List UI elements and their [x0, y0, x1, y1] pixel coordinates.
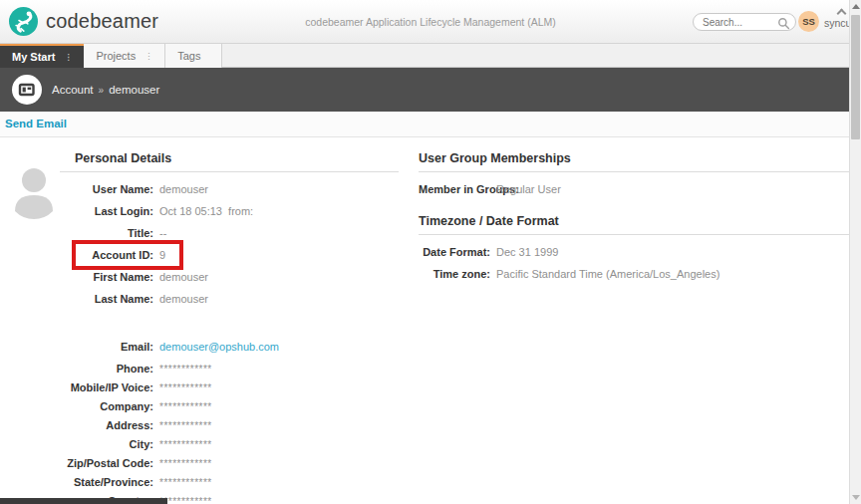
personal-details-section: Personal Details User Name: demouser Las…	[60, 151, 399, 504]
breadcrumb-separator: »	[99, 85, 105, 96]
timezone-section: Timezone / Date Format Date Format: Dec …	[419, 214, 853, 287]
field-row: Mobile/IP Voice: ************	[60, 378, 399, 397]
field-label: Email:	[60, 341, 159, 353]
field-row: Member in Groups: Regular User	[419, 180, 853, 202]
personal-details-rows: User Name: demouser Last Login: Oct 18 0…	[60, 180, 399, 504]
field-label: Title:	[60, 227, 159, 239]
field-label: Last Login:	[60, 205, 159, 217]
send-email-link[interactable]: Send Email	[5, 112, 67, 136]
field-row: First Name: demouser	[60, 268, 399, 290]
field-label: Account ID:	[60, 249, 159, 261]
action-row: Send Email	[0, 112, 861, 137]
field-label: Date Format:	[419, 246, 496, 258]
field-value: ************	[159, 400, 212, 412]
bottom-partial-element	[0, 498, 167, 504]
section-divider	[419, 234, 853, 235]
profile-photo-placeholder	[11, 164, 57, 226]
timezone-rows: Date Format: Dec 31 1999 Time zone: Paci…	[419, 243, 853, 287]
section-divider	[419, 171, 853, 172]
scroll-down-arrow-icon[interactable]	[852, 495, 860, 500]
field-label: Mobile/IP Voice:	[60, 381, 159, 393]
field-row: Date Format: Dec 31 1999	[419, 243, 853, 265]
gecko-logo-icon	[9, 7, 38, 36]
user-groups-title: User Group Memberships	[419, 151, 853, 165]
field-row	[60, 312, 399, 338]
account-icon	[12, 75, 42, 105]
nav-tab[interactable]: Projects ⋮	[84, 44, 165, 68]
field-row: Last Name: demouser	[60, 290, 399, 312]
field-row: Company: ************	[60, 397, 399, 416]
logo-text: codebeamer	[46, 10, 158, 33]
field-label: State/Province:	[60, 476, 159, 488]
tab-label: Projects	[96, 45, 136, 68]
field-label: First Name:	[60, 271, 159, 283]
timezone-title: Timezone / Date Format	[419, 214, 853, 228]
user-groups-rows: Member in Groups: Regular User	[419, 180, 853, 202]
tab-label: My Start	[12, 47, 55, 68]
field-label: Phone:	[60, 363, 159, 375]
field-value: ************	[159, 476, 212, 488]
breadcrumb-bar: Account»demouser	[0, 68, 861, 112]
field-row: City: ************	[60, 435, 399, 454]
search-box[interactable]	[693, 13, 796, 31]
user-groups-section: User Group Memberships Member in Groups:…	[419, 151, 853, 202]
field-value: ************	[159, 419, 212, 431]
field-row: State/Province: ************	[60, 473, 399, 492]
field-value: ************	[159, 381, 212, 393]
field-value: --	[159, 227, 166, 239]
field-label: Time zone:	[419, 268, 496, 280]
field-label: User Name:	[60, 183, 159, 195]
field-value: demouser	[159, 293, 208, 305]
nav-tab[interactable]: My Start ⋮	[0, 44, 84, 68]
field-label: Member in Groups:	[419, 183, 496, 195]
tab-menu-icon[interactable]: ⋮	[144, 45, 152, 68]
codebeamer-logo[interactable]: codebeamer	[9, 7, 158, 36]
search-icon[interactable]	[777, 16, 790, 34]
personal-details-title: Personal Details	[60, 151, 399, 165]
breadcrumb: Account»demouser	[52, 68, 159, 113]
field-label: Address:	[60, 419, 159, 431]
field-value: 9	[159, 249, 165, 261]
field-value: ************	[159, 363, 212, 375]
field-row: Address: ************	[60, 416, 399, 435]
field-value: demouser	[159, 183, 208, 195]
scroll-up-arrow-icon[interactable]	[852, 4, 860, 9]
field-row: User Name: demouser	[60, 180, 399, 202]
app-title: codebeamer Application Lifecycle Managem…	[199, 16, 662, 28]
field-row: Title: --	[60, 224, 399, 246]
field-label: Zip/Postal Code:	[60, 457, 159, 469]
tab-label: Tags	[177, 45, 200, 68]
field-value: Oct 18 05:13 from:	[159, 205, 253, 217]
field-value: Pacific Standard Time (America/Los_Angel…	[496, 268, 719, 280]
field-row: Phone: ************	[60, 360, 399, 378]
app-header: codebeamer codebeamer Application Lifecy…	[0, 0, 861, 44]
field-value: Dec 31 1999	[496, 246, 558, 258]
tab-menu-icon[interactable]: ⋮	[64, 47, 72, 68]
vertical-scrollbar[interactable]	[849, 0, 861, 504]
main-tab-bar: My Start ⋮ Projects ⋮ Tags	[0, 44, 861, 68]
field-value: ************	[159, 438, 212, 450]
nav-tab[interactable]: Tags	[165, 44, 222, 68]
field-row: Time zone: Pacific Standard Time (Americ…	[419, 265, 853, 287]
breadcrumb-section[interactable]: Account	[52, 84, 94, 96]
field-value: ************	[159, 457, 212, 469]
account-page-content: Personal Details User Name: demouser Las…	[0, 137, 861, 504]
user-avatar[interactable]: SS	[798, 11, 819, 32]
field-row: Account ID: 9	[60, 246, 399, 268]
field-row: Last Login: Oct 18 05:13 from:	[60, 202, 399, 224]
field-row: Zip/Postal Code: ************	[60, 454, 399, 473]
email-link[interactable]: demouser@opshub.com	[159, 341, 279, 353]
field-row: Email: demouser@opshub.com	[60, 338, 399, 360]
field-value: Regular User	[496, 183, 561, 195]
section-divider	[60, 171, 399, 172]
right-column: User Group Memberships Member in Groups:…	[419, 151, 853, 287]
section-gap	[419, 202, 853, 214]
field-label: City:	[60, 438, 159, 450]
scrollbar-thumb[interactable]	[851, 15, 860, 139]
field-label: Company:	[60, 400, 159, 412]
search-input[interactable]	[694, 17, 771, 28]
field-value: demouser	[159, 271, 208, 283]
field-label: Last Name:	[60, 293, 159, 305]
breadcrumb-current: demouser	[109, 84, 159, 96]
